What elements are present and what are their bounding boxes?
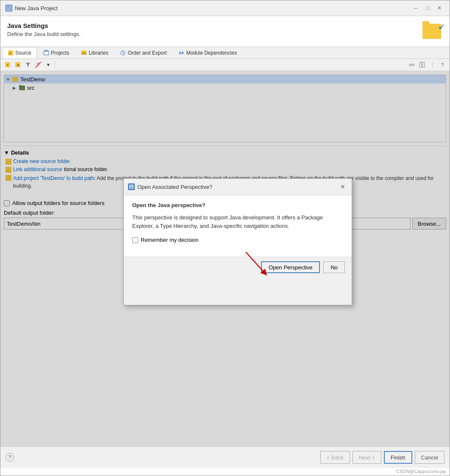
tab-projects[interactable]: Projects xyxy=(38,47,75,58)
dialog-close-button[interactable]: ✕ xyxy=(338,182,347,191)
order-tab-icon xyxy=(120,50,126,56)
dialog-title-left: Open Associated Perspective? xyxy=(128,183,212,190)
dialog-buttons: Open Perspective No xyxy=(124,257,352,277)
dialog-body: Open the Java perspective? This perspect… xyxy=(124,195,352,257)
toolbar-remove-btn[interactable]: ✕ xyxy=(13,60,22,69)
tab-order-label: Order and Export xyxy=(128,50,167,56)
bottom-left: ? xyxy=(6,453,14,462)
no-button[interactable]: No xyxy=(323,261,345,273)
svg-rect-7 xyxy=(44,50,48,52)
toolbar: + ✕ ▼ xyxy=(0,59,450,71)
header-icon: ↙ xyxy=(422,22,443,42)
tab-module-deps[interactable]: Module Dependencies xyxy=(173,47,242,58)
next-button[interactable]: Next > xyxy=(353,451,381,464)
svg-marker-20 xyxy=(26,63,30,67)
title-bar-left: New Java Project xyxy=(6,5,58,11)
svg-rect-34 xyxy=(130,187,133,187)
back-button[interactable]: < Back xyxy=(320,451,350,464)
dialog-title-text: Open Associated Perspective? xyxy=(137,184,212,190)
open-perspective-button[interactable]: Open Perspective xyxy=(261,261,320,273)
bottom-buttons: < Back Next > Finish Cancel xyxy=(320,451,444,464)
tab-projects-label: Projects xyxy=(51,50,69,56)
svg-line-12 xyxy=(123,53,124,54)
tab-libraries-label: Libraries xyxy=(89,50,108,56)
title-bar: New Java Project ─ □ ✕ xyxy=(0,0,450,16)
svg-text:S: S xyxy=(9,52,11,55)
svg-rect-33 xyxy=(130,186,133,186)
toolbar-add-btn[interactable]: + xyxy=(3,60,12,69)
tabs-bar: S Source Projects Libraries xyxy=(0,47,450,59)
tab-order-export[interactable]: Order and Export xyxy=(114,47,172,58)
svg-rect-1 xyxy=(8,7,10,8)
toolbar-help-btn[interactable]: ? xyxy=(438,60,447,69)
tab-module-label: Module Dependencies xyxy=(186,50,236,56)
folder-arrow-icon: ↙ xyxy=(438,22,444,31)
tab-source-label: Source xyxy=(15,50,31,56)
toolbar-separator xyxy=(55,61,55,69)
toolbar-right: ⋮ ? xyxy=(407,60,447,69)
svg-rect-23 xyxy=(409,64,411,66)
toolbar-columns-btn[interactable] xyxy=(417,60,427,69)
dialog-title-bar: Open Associated Perspective? ✕ xyxy=(124,179,352,195)
main-window: New Java Project ─ □ ✕ Java Settings Def… xyxy=(0,0,450,476)
perspective-dialog: Open Associated Perspective? ✕ Open the … xyxy=(123,178,352,305)
watermark: CSDN@Cappuccino-jay xyxy=(0,468,450,476)
cancel-button[interactable]: Cancel xyxy=(415,451,444,464)
projects-tab-icon xyxy=(43,50,49,56)
svg-rect-24 xyxy=(412,64,414,66)
tab-libraries[interactable]: Libraries xyxy=(75,47,114,58)
remember-decision-checkbox[interactable] xyxy=(132,237,138,243)
header-text: Java Settings Define the Java build sett… xyxy=(7,22,81,37)
dialog-description: This perspective is designed to support … xyxy=(132,213,343,230)
svg-rect-27 xyxy=(422,62,425,67)
svg-rect-13 xyxy=(179,52,181,54)
dialog-icon xyxy=(128,183,135,190)
window-title: New Java Project xyxy=(15,5,58,11)
toolbar-link-btn[interactable] xyxy=(407,60,417,69)
module-tab-icon xyxy=(178,50,184,56)
tab-source[interactable]: S Source xyxy=(2,47,37,58)
svg-rect-9 xyxy=(81,50,86,52)
main-content: ▼ TestDemo ▶ src ▼ Details xyxy=(0,71,450,446)
svg-rect-2 xyxy=(8,8,10,8)
toolbar-filter-btn[interactable] xyxy=(23,60,33,69)
toolbar-filter2-btn[interactable] xyxy=(33,60,43,69)
finish-button[interactable]: Finish xyxy=(384,451,412,464)
svg-rect-3 xyxy=(8,9,9,9)
header-title: Java Settings xyxy=(7,22,81,29)
svg-rect-14 xyxy=(182,52,183,54)
dialog-overlay: Open Associated Perspective? ✕ Open the … xyxy=(0,71,450,446)
libraries-tab-icon xyxy=(81,50,87,56)
dialog-question: Open the Java perspective? xyxy=(132,202,343,208)
toolbar-dropdown-btn[interactable]: ▼ xyxy=(44,60,53,69)
dialog-checkbox-row: Remember my decision xyxy=(132,237,343,243)
source-tab-icon: S xyxy=(8,50,14,56)
maximize-button[interactable]: □ xyxy=(422,4,433,12)
svg-rect-26 xyxy=(419,62,422,67)
bottom-bar: ? < Back Next > Finish Cancel xyxy=(0,446,450,468)
window-icon xyxy=(6,5,12,11)
minimize-button[interactable]: ─ xyxy=(411,4,421,12)
svg-text:✕: ✕ xyxy=(17,63,20,67)
toolbar-more-btn[interactable]: ⋮ xyxy=(428,60,437,69)
header-subtitle: Define the Java build settings. xyxy=(7,31,81,37)
header-section: Java Settings Define the Java build sett… xyxy=(0,16,450,47)
title-bar-controls: ─ □ ✕ xyxy=(411,4,444,12)
help-icon[interactable]: ? xyxy=(6,453,14,462)
remember-decision-label[interactable]: Remember my decision xyxy=(141,237,199,243)
svg-text:+: + xyxy=(6,63,8,67)
folder-icon: ↙ xyxy=(422,24,441,39)
close-button[interactable]: ✕ xyxy=(434,4,444,12)
